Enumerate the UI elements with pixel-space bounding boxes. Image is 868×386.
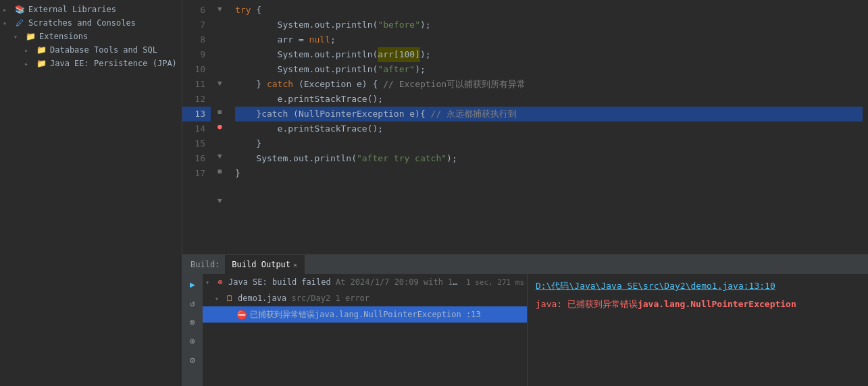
build-timing: 1 sec, 271 ms <box>466 278 524 287</box>
code-line-6: try { <box>235 3 863 18</box>
error-circle-icon: ⛔ <box>236 309 247 320</box>
sidebar-tree: ▸ 📚 External Libraries ▾ 🖊 Scratches and… <box>0 0 182 386</box>
tree-arrow: ▸ <box>3 6 14 13</box>
error-message-prefix: java: 已捕获到异常错误 <box>536 299 638 309</box>
fold-marker: ◼ <box>218 163 222 178</box>
close-icon[interactable]: ✕ <box>293 261 297 269</box>
code-line-15: } <box>235 136 863 151</box>
build-item-text: demo1.java src/Day2 1 error <box>238 294 524 303</box>
line-number: 15 <box>182 136 211 151</box>
build-label: Build: <box>185 260 225 269</box>
line-number: 6 <box>182 3 211 18</box>
panel-tabs: Build: Build Output ✕ <box>182 255 868 274</box>
editor-gutter: ▼ ▼ ◼ ● ▼ ◼ ▼ <box>216 0 230 254</box>
line-number: 16 <box>182 151 211 166</box>
tree-arrow: ▸ <box>24 47 35 54</box>
fold-marker[interactable]: ▼ <box>218 1 222 16</box>
breakpoint-marker: ● <box>218 119 222 134</box>
build-status-label: Java SE: build failed <box>228 277 331 287</box>
sidebar-item-label: Database Tools and SQL <box>50 45 157 55</box>
code-line-10: System.out.println("after"); <box>235 62 863 77</box>
filter-button[interactable]: ⊕ <box>185 333 200 348</box>
settings-icon[interactable]: ⚙ <box>185 352 200 367</box>
fold-marker[interactable]: ▼ <box>218 76 222 90</box>
line-number: 14 <box>182 121 211 136</box>
code-line-12: e.printStackTrace(); <box>235 92 863 107</box>
line-number: 12 <box>182 92 211 107</box>
code-line-9: System.out.println(arr[100]); <box>235 47 863 62</box>
sidebar-item-scratches[interactable]: ▾ 🖊 Scratches and Consoles <box>0 16 182 30</box>
line-number: 8 <box>182 32 211 47</box>
folder-icon: 📁 <box>35 45 47 55</box>
sidebar-item-extensions[interactable]: ▾ 📁 Extensions <box>0 30 182 43</box>
sidebar: ▸ 📚 External Libraries ▾ 🖊 Scratches and… <box>0 0 182 386</box>
build-item-text: Java SE: build failed At 2024/1/7 20:09 … <box>228 277 461 287</box>
fold-marker[interactable]: ▼ <box>218 193 222 208</box>
file-name-label: demo1.java <box>238 294 286 303</box>
folder-icon: 📁 <box>35 58 47 69</box>
code-line-16: System.out.println("after try catch"); <box>235 151 863 166</box>
library-icon: 📚 <box>14 4 26 15</box>
build-tree: ▾ ⊗ Java SE: build failed At 2024/1/7 20… <box>203 274 527 386</box>
fold-marker[interactable]: ▼ <box>218 148 222 163</box>
code-line-13: }catch (NullPointerException e){ // 永远都捕… <box>235 107 863 121</box>
code-line-7: System.out.println("before"); <box>235 18 863 32</box>
rerun-button[interactable]: ↺ <box>185 296 200 310</box>
file-icon: 🗒 <box>224 293 235 304</box>
code-line-8: arr = null; <box>235 32 863 47</box>
error-file-link[interactable]: D:\代码\Java\Java SE\src\Day2\demo1.java:1… <box>536 281 775 291</box>
tree-arrow: ▾ <box>205 279 215 286</box>
run-button[interactable]: ▶ <box>185 277 200 292</box>
code-line-17: } <box>235 166 863 181</box>
build-tree-file[interactable]: ▾ 🗒 demo1.java src/Day2 1 error <box>203 290 527 306</box>
bottom-panel: Build: Build Output ✕ ▶ ↺ ⊗ ⊕ ⚙ ▾ ⊗ <box>182 254 868 386</box>
line-number: 10 <box>182 62 211 77</box>
line-number: 13 <box>182 107 211 121</box>
file-subtext: src/Day2 1 error <box>286 294 369 303</box>
code-line-14: e.printStackTrace(); <box>235 121 863 136</box>
line-numbers: 6 7 8 9 10 11 12 13 14 15 16 17 <box>182 0 216 254</box>
line-number: 9 <box>182 47 211 62</box>
error-message-line: java: 已捕获到异常错误java.lang.NullPointerExcep… <box>536 298 860 312</box>
sidebar-item-label: Java EE: Persistence (JPA) <box>50 59 177 68</box>
fold-marker[interactable]: ◼ <box>218 104 222 119</box>
error-icon: ⊗ <box>215 277 226 287</box>
error-item-text: 已捕获到异常错误java.lang.NullPointerException :… <box>250 309 524 321</box>
code-content[interactable]: try { System.out.println("before"); arr … <box>230 0 868 254</box>
tab-label: Build Output <box>232 260 290 269</box>
tree-arrow: ▾ <box>215 295 224 302</box>
main-content: 6 7 8 9 10 11 12 13 14 15 16 17 ▼ ▼ ◼ ● … <box>182 0 868 386</box>
error-link-line: D:\代码\Java\Java SE\src\Day2\demo1.java:1… <box>536 279 860 294</box>
build-tree-error[interactable]: ⛔ 已捕获到异常错误java.lang.NullPointerException… <box>203 306 527 323</box>
build-subtext: At 2024/1/7 20:09 with 1 error <box>331 277 461 287</box>
code-editor: 6 7 8 9 10 11 12 13 14 15 16 17 ▼ ▼ ◼ ● … <box>182 0 868 254</box>
sidebar-item-label: Extensions <box>39 32 88 41</box>
sidebar-item-javaee[interactable]: ▸ 📁 Java EE: Persistence (JPA) <box>0 57 182 70</box>
line-number: 17 <box>182 166 211 181</box>
sidebar-item-database[interactable]: ▸ 📁 Database Tools and SQL <box>0 43 182 57</box>
error-details: D:\代码\Java\Java SE\src\Day2\demo1.java:1… <box>527 274 868 386</box>
line-number: 7 <box>182 18 211 32</box>
error-message-suffix: java.lang.NullPointerException <box>638 299 796 309</box>
code-line-11: } catch (Exception e) { // Exception可以捕获… <box>235 77 863 92</box>
line-number: 11 <box>182 77 211 92</box>
tab-build-output[interactable]: Build Output ✕ <box>225 255 305 274</box>
sidebar-item-label: External Libraries <box>28 5 116 14</box>
folder-icon: 📁 <box>24 31 36 42</box>
scratch-icon: 🖊 <box>14 18 26 28</box>
tree-arrow: ▸ <box>24 60 35 67</box>
sidebar-item-external-libraries[interactable]: ▸ 📚 External Libraries <box>0 3 182 16</box>
sidebar-item-label: Scratches and Consoles <box>28 18 136 28</box>
panel-controls: ▶ ↺ ⊗ ⊕ ⚙ <box>182 274 203 386</box>
stop-button[interactable]: ⊗ <box>185 314 200 329</box>
tree-arrow: ▾ <box>14 33 24 40</box>
tree-arrow: ▾ <box>3 20 14 27</box>
build-tree-root[interactable]: ▾ ⊗ Java SE: build failed At 2024/1/7 20… <box>203 274 527 290</box>
panel-body: ▶ ↺ ⊗ ⊕ ⚙ ▾ ⊗ Java SE: build failed At 2… <box>182 274 868 386</box>
